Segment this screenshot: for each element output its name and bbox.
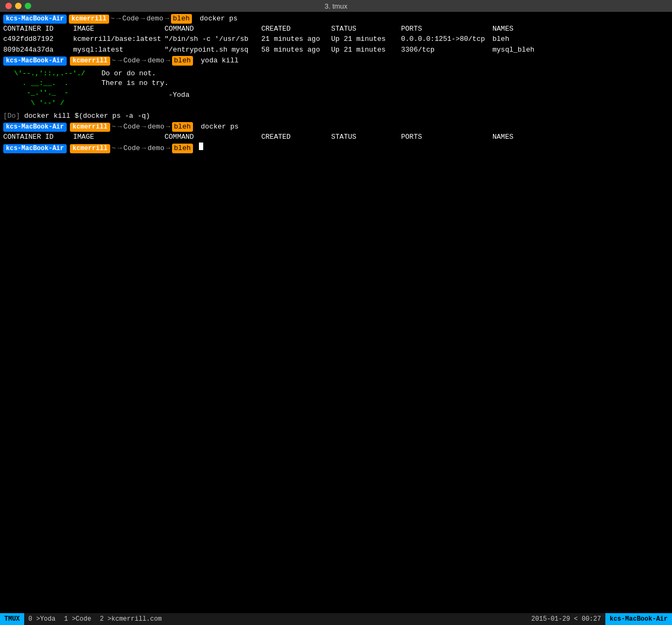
terminal-content: kcs-MacBook-Air kcmerrill ~ → Code → dem… [0,12,672,156]
do-bracket: [Do] [3,111,20,121]
do-command-line: [Do] docker kill $(docker ps -a -q) [3,111,669,121]
status-window-0[interactable]: 0 > Yoda [24,613,60,625]
col-header-image: IMAGE [73,24,165,34]
status-hostname: kcs-MacBook-Air [605,613,672,625]
col2-header-ports: PORTS [401,132,492,142]
window-title: 3. tmux [325,2,348,10]
prompt-user-1: kcmerrill [69,15,109,24]
col2-header-image: IMAGE [73,132,165,142]
prompt-cmd-2: yoda kill [197,56,239,66]
status-bar: TMUX 0 > Yoda 1 > Code 2 > kcmerrill.com… [0,613,672,625]
status-window-1[interactable]: 1 > Code [60,613,95,625]
title-bar: 3. tmux [0,0,672,12]
table2-header: CONTAINER ID IMAGE COMMAND CREATED STATU… [3,132,669,142]
col2-header-container: CONTAINER ID [3,132,73,142]
tmux-label: TMUX [0,613,24,625]
col2-header-names: NAMES [492,132,513,142]
col2-header-status: STATUS [331,132,401,142]
prompt-user-3: kcmerrill [70,123,110,132]
prompt-line-2: kcs-MacBook-Air kcmerrill ~ → Code → dem… [3,56,669,66]
prompt-user-4: kcmerrill [70,144,110,153]
col2-header-command: COMMAND [165,132,261,142]
status-datetime: 2015-01-29 < 00:27 [527,615,605,623]
prompt-user-2: kcmerrill [70,56,110,66]
col-header-status: STATUS [331,24,401,34]
yoda-ascii: \'--.,'::.,.--'./ . __:__. . -_.''._ - \… [14,69,85,108]
status-windows: 0 > Yoda 1 > Code 2 > kcmerrill.com [24,613,166,625]
prompt-cmd-3: docker ps [197,122,239,132]
terminal-cursor [199,143,203,150]
yoda-art: \'--.,'::.,.--'./ . __:__. . -_.''._ - \… [14,69,669,108]
table1-header: CONTAINER ID IMAGE COMMAND CREATED STATU… [3,24,669,34]
status-window-2[interactable]: 2 > kcmerrill.com [96,613,166,625]
prompt-host-1: kcs-MacBook-Air [3,15,67,24]
table1-row-1: c492fdd87192 kcmerrill/base:latest "/bin… [3,34,669,44]
prompt-cmd-1: docker ps [196,14,238,24]
prompt-line-4: kcs-MacBook-Air kcmerrill ~ → Code → dem… [3,143,669,153]
col-header-created: CREATED [261,24,331,34]
prompt-host-2: kcs-MacBook-Air [3,56,67,66]
prompt-host-3: kcs-MacBook-Air [3,123,67,132]
do-cmd-text: docker kill $(docker ps -a -q) [20,111,150,121]
prompt-line-1: kcs-MacBook-Air kcmerrill ~ → Code → dem… [3,14,669,24]
col2-header-created: CREATED [261,132,331,142]
minimize-button[interactable] [15,3,22,9]
close-button[interactable] [5,3,12,9]
window-controls [5,3,31,9]
col-header-container: CONTAINER ID [3,24,73,34]
col-header-ports: PORTS [401,24,492,34]
prompt-line-3: kcs-MacBook-Air kcmerrill ~ → Code → dem… [3,122,669,132]
status-right: 2015-01-29 < 00:27 kcs-MacBook-Air [527,613,672,625]
col-header-names: NAMES [492,24,513,34]
yoda-quote: Do or do not. There is no try. -Yoda [102,69,190,108]
prompt-host-4: kcs-MacBook-Air [3,144,67,153]
maximize-button[interactable] [25,3,31,9]
col-header-command: COMMAND [165,24,261,34]
table1-row-2: 809b244a37da mysql:latest "/entrypoint.s… [3,45,669,55]
